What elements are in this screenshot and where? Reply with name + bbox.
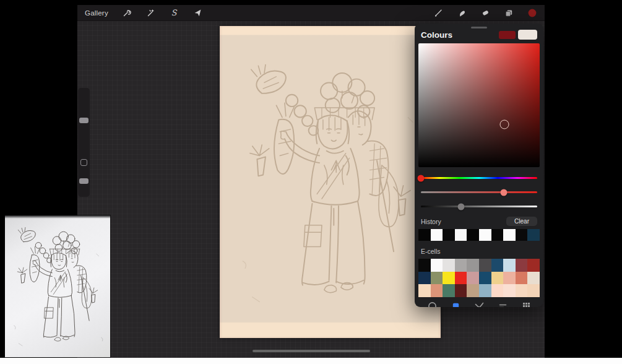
value-icon — [498, 301, 508, 308]
palette-swatch[interactable] — [516, 272, 528, 285]
history-swatch[interactable] — [516, 229, 528, 241]
transform-arrow-icon[interactable] — [192, 8, 202, 18]
layers-icon[interactable] — [504, 8, 514, 18]
palette-swatch[interactable] — [431, 259, 443, 272]
palette-swatch[interactable] — [503, 284, 516, 297]
history-swatch[interactable] — [443, 229, 455, 241]
paint-brush-icon[interactable] — [433, 8, 443, 18]
palette-swatch[interactable] — [455, 259, 467, 272]
palette-swatch[interactable] — [516, 284, 528, 297]
panel-drag-handle[interactable] — [471, 27, 487, 28]
gallery-button[interactable]: Gallery — [85, 9, 108, 17]
opacity-slider[interactable] — [79, 178, 89, 184]
colours-panel: Colours — [415, 24, 543, 307]
brush-sidebar — [78, 88, 90, 197]
photo-sketch — [5, 218, 110, 355]
history-swatches — [418, 229, 540, 241]
colours-header: Colours — [415, 29, 543, 43]
active-colour-circle — [529, 9, 537, 17]
canvas-sketch — [228, 43, 432, 323]
history-label: History — [421, 218, 441, 225]
tab-value[interactable]: Value — [491, 301, 514, 308]
palette-name-row: E-cells — [415, 241, 543, 259]
hue-slider[interactable] — [420, 171, 538, 185]
active-colour-swatch[interactable] — [527, 8, 537, 18]
palette-swatch[interactable] — [467, 284, 479, 297]
brightness-knob[interactable] — [458, 203, 465, 210]
colours-title: Colours — [421, 30, 452, 40]
palette-swatch[interactable] — [527, 272, 540, 285]
smudge-finger-icon[interactable] — [457, 8, 467, 18]
hue-track — [421, 177, 537, 179]
procreate-app: Gallery S — [77, 5, 545, 358]
toolbar-left-group: Gallery S — [85, 8, 202, 18]
history-swatch[interactable] — [418, 229, 431, 241]
current-colour-swatch[interactable] — [499, 31, 516, 39]
history-swatch[interactable] — [467, 229, 479, 241]
disc-icon — [428, 301, 437, 308]
top-toolbar: Gallery S — [77, 5, 545, 21]
colour-picker-cursor[interactable] — [500, 120, 509, 129]
current-colour-pair[interactable] — [499, 30, 537, 40]
palette-swatch[interactable] — [516, 259, 528, 272]
palette-swatch[interactable] — [479, 272, 491, 285]
classic-icon — [451, 301, 460, 308]
history-swatch[interactable] — [503, 229, 516, 241]
selection-icon[interactable]: S — [169, 8, 179, 18]
palette-swatch[interactable] — [491, 284, 504, 297]
home-indicator[interactable] — [253, 350, 370, 352]
brightness-track — [421, 206, 537, 207]
palette-swatch[interactable] — [479, 284, 491, 297]
harmony-icon — [475, 301, 484, 308]
history-swatch[interactable] — [479, 229, 491, 241]
drawing-canvas[interactable] — [220, 26, 441, 338]
palettes-icon — [522, 301, 531, 308]
palette-swatch[interactable] — [418, 284, 431, 297]
tab-palettes[interactable]: Palettes — [515, 301, 537, 308]
tab-classic[interactable]: Classic — [444, 301, 467, 308]
modify-button[interactable] — [80, 159, 87, 166]
reference-photo — [5, 215, 110, 357]
palette-swatch[interactable] — [527, 284, 540, 297]
palette-swatch[interactable] — [455, 284, 467, 297]
saturation-brightness-square[interactable] — [418, 43, 540, 167]
palette-swatch[interactable] — [503, 259, 516, 272]
palette-swatch[interactable] — [418, 259, 431, 272]
clear-history-button[interactable]: Clear — [506, 217, 537, 226]
palette-swatch[interactable] — [527, 259, 540, 272]
palette-swatch[interactable] — [467, 272, 479, 285]
tab-disc[interactable]: Disc — [421, 301, 443, 308]
palette-swatch[interactable] — [443, 259, 455, 272]
palette-swatch[interactable] — [418, 272, 431, 285]
history-swatch[interactable] — [527, 229, 540, 241]
adjustments-wand-icon[interactable] — [145, 8, 155, 18]
colour-sliders — [415, 167, 543, 214]
brightness-slider[interactable] — [420, 199, 538, 214]
palette-swatch[interactable] — [443, 284, 455, 297]
brush-size-slider[interactable] — [79, 118, 89, 123]
history-swatch[interactable] — [455, 229, 467, 241]
actions-wrench-icon[interactable] — [122, 8, 132, 18]
tab-harmony[interactable]: Harmony — [468, 301, 490, 308]
video-frame: Gallery S — [0, 0, 622, 364]
palette-swatch[interactable] — [479, 259, 491, 272]
history-swatch[interactable] — [491, 229, 504, 241]
hue-knob[interactable] — [417, 175, 424, 181]
palette-swatch[interactable] — [491, 272, 504, 285]
secondary-colour-swatch[interactable] — [518, 30, 537, 40]
palette-swatch[interactable] — [503, 272, 516, 285]
palette-swatch[interactable] — [455, 272, 467, 285]
saturation-knob[interactable] — [501, 189, 508, 196]
saturation-track — [421, 191, 537, 193]
toolbar-right-group — [433, 8, 537, 18]
palette-grid — [418, 259, 540, 297]
palette-swatch[interactable] — [491, 259, 504, 272]
palette-swatch[interactable] — [467, 259, 479, 272]
saturation-slider[interactable] — [420, 185, 538, 199]
palette-swatch[interactable] — [431, 272, 443, 285]
history-swatch[interactable] — [431, 229, 443, 241]
palette-swatch[interactable] — [443, 272, 455, 285]
history-row: History Clear — [415, 214, 543, 228]
palette-swatch[interactable] — [431, 284, 443, 297]
eraser-icon[interactable] — [480, 8, 490, 18]
